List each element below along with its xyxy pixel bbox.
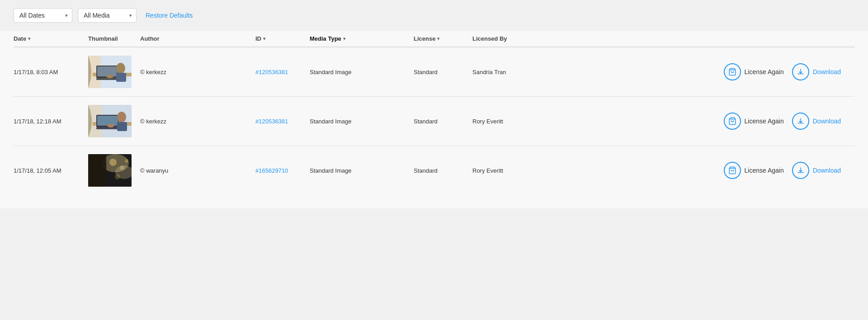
svg-point-30: [115, 174, 120, 179]
top-bar: All Dates Last 7 Days Last 30 Days Last …: [0, 0, 868, 31]
table-container: Date ▾ Thumbnail Author ID ▾ Media Type …: [0, 31, 868, 208]
svg-rect-16: [97, 116, 118, 126]
cart-icon-3: [724, 162, 741, 179]
license-again-button-2[interactable]: License Again: [724, 113, 784, 130]
cell-date-3: 1/17/18, 12:05 AM: [14, 167, 88, 174]
svg-point-29: [125, 159, 128, 163]
svg-point-28: [120, 165, 124, 170]
license-again-button-1[interactable]: License Again: [724, 63, 784, 80]
svg-point-9: [106, 75, 113, 78]
cell-id-1[interactable]: #120536381: [255, 69, 310, 75]
download-icon-2: [792, 113, 809, 130]
cell-licensed-by-2: Rory Everitt: [472, 118, 576, 125]
col-header-author: Author: [140, 35, 255, 42]
date-sort-icon: ▾: [28, 36, 30, 41]
cell-thumbnail-2: [88, 105, 140, 137]
cell-licensed-by-1: Sandria Tran: [472, 69, 576, 75]
download-label-2: Download: [813, 118, 841, 125]
dates-dropdown-wrap: All Dates Last 7 Days Last 30 Days Last …: [14, 8, 72, 23]
cart-icon-1: [724, 63, 741, 80]
cell-media-type-3: Standard Image: [310, 167, 414, 174]
download-button-3[interactable]: Download: [792, 162, 841, 179]
col-header-id[interactable]: ID ▾: [255, 35, 310, 42]
license-again-button-3[interactable]: License Again: [724, 162, 784, 179]
cell-author-2: © kerkezz: [140, 118, 255, 125]
license-sort-icon: ▾: [437, 36, 439, 41]
license-again-label-3: License Again: [745, 167, 784, 174]
col-header-date[interactable]: Date ▾: [14, 35, 88, 42]
cell-actions-1: License Again Download: [576, 63, 854, 80]
media-type-sort-icon: ▾: [343, 36, 345, 41]
media-dropdown-wrap: All Media Images Videos Vectors ▾: [78, 8, 137, 23]
svg-rect-5: [97, 66, 117, 76]
cell-actions-2: License Again Download: [576, 113, 854, 130]
col-header-thumbnail: Thumbnail: [88, 35, 140, 42]
download-icon-3: [792, 162, 809, 179]
table-row: 1/17/18, 8:03 AM: [14, 47, 854, 97]
cell-date-2: 1/17/18, 12:18 AM: [14, 118, 88, 125]
media-dropdown[interactable]: All Media Images Videos Vectors: [78, 8, 137, 23]
cell-author-1: © kerkezz: [140, 69, 255, 75]
cell-license-3: Standard: [414, 167, 472, 174]
cell-media-type-1: Standard Image: [310, 69, 414, 75]
svg-rect-26: [88, 154, 106, 187]
cell-actions-3: License Again Download: [576, 162, 854, 179]
table-row: 1/17/18, 12:05 AM: [14, 146, 854, 195]
cell-id-3[interactable]: #165629710: [255, 167, 310, 174]
license-again-label-2: License Again: [745, 118, 784, 125]
table-header: Date ▾ Thumbnail Author ID ▾ Media Type …: [14, 31, 854, 47]
cart-icon-2: [724, 113, 741, 130]
svg-point-7: [116, 63, 125, 74]
download-label-3: Download: [813, 167, 841, 174]
cell-licensed-by-3: Rory Everitt: [472, 167, 576, 174]
cell-date-1: 1/17/18, 8:03 AM: [14, 69, 88, 75]
svg-point-18: [117, 112, 126, 122]
cell-media-type-2: Standard Image: [310, 118, 414, 125]
dates-dropdown[interactable]: All Dates Last 7 Days Last 30 Days Last …: [14, 8, 72, 23]
table-row: 1/17/18, 12:18 AM © kerkezz #: [14, 97, 854, 146]
col-header-license[interactable]: License ▾: [414, 35, 472, 42]
download-label-1: Download: [813, 68, 841, 75]
license-again-label-1: License Again: [745, 68, 784, 75]
svg-point-20: [107, 124, 114, 127]
download-button-2[interactable]: Download: [792, 113, 841, 130]
id-sort-icon: ▾: [263, 36, 265, 41]
svg-rect-19: [117, 122, 127, 131]
cell-license-2: Standard: [414, 118, 472, 125]
cell-thumbnail-3: [88, 154, 140, 187]
download-button-1[interactable]: Download: [792, 63, 841, 80]
cell-id-2[interactable]: #120536381: [255, 118, 310, 125]
restore-defaults-link[interactable]: Restore Defaults: [146, 12, 193, 19]
cell-author-3: © waranyu: [140, 167, 255, 174]
col-header-media-type[interactable]: Media Type ▾: [310, 35, 414, 42]
col-header-licensed-by: Licensed By: [472, 35, 576, 42]
cell-thumbnail-1: [88, 56, 140, 88]
svg-point-27: [109, 159, 117, 166]
cell-license-1: Standard: [414, 69, 472, 75]
download-icon-1: [792, 63, 809, 80]
svg-rect-8: [116, 73, 126, 82]
